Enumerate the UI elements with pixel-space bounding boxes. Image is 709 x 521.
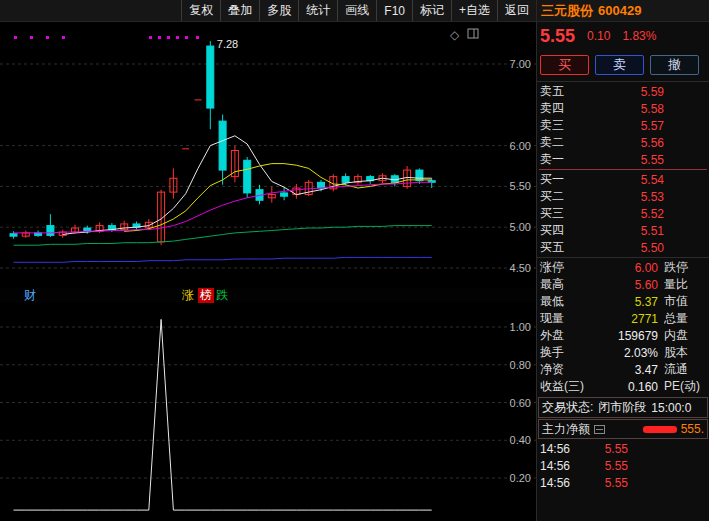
stat-row-current-volume: 现量 2771 总量: [537, 310, 709, 327]
stat-label: 收益(三): [540, 378, 584, 395]
menu-item-back[interactable]: 返回: [497, 0, 536, 21]
ask-label: 卖二: [540, 134, 576, 151]
stat-label: 外盘: [540, 327, 564, 344]
stat-row-low: 最低 5.37 市值: [537, 293, 709, 310]
ask-row-1[interactable]: 卖一 5.55: [537, 151, 709, 168]
menu-item-multi-stock[interactable]: 多股: [259, 0, 298, 21]
stat-row-outer-volume: 外盘 159679 内盘: [537, 327, 709, 344]
bid-price: 5.51: [576, 224, 664, 238]
ask-label: 卖四: [540, 100, 576, 117]
tab-ranking[interactable]: 榜: [198, 288, 214, 303]
stock-name: 三元股份: [541, 2, 593, 20]
stat-value: 159679: [564, 329, 658, 343]
bid-price: 5.50: [576, 241, 664, 255]
menu-item-restore-rights[interactable]: 复权: [181, 0, 220, 21]
tick-time: 14:56: [540, 442, 582, 456]
price-change: 0.10: [587, 29, 610, 43]
svg-text:5.00: 5.00: [510, 221, 531, 233]
buy-button[interactable]: 买: [540, 55, 589, 75]
divider: [537, 257, 709, 258]
stat-label: 最高: [540, 276, 564, 293]
ask-price: 5.58: [576, 102, 664, 116]
svg-text:7.28: 7.28: [217, 38, 238, 50]
cancel-button[interactable]: 撤: [650, 55, 699, 75]
stock-title: 三元股份 600429: [536, 0, 709, 21]
tick-price: 5.55: [582, 442, 628, 456]
ask-row-5[interactable]: 卖五 5.59: [537, 83, 709, 100]
stat-label: 最低: [540, 293, 564, 310]
tab-finance[interactable]: 财: [24, 288, 36, 303]
bid-ask-divider: [539, 169, 707, 170]
menu-item-overlay[interactable]: 叠加: [220, 0, 259, 21]
tick-time: 14:56: [540, 459, 582, 473]
stat-value: 3.47: [564, 363, 658, 377]
stat-row-limit-up: 涨停 6.00 跌停: [537, 259, 709, 276]
tick-price: 5.55: [582, 476, 628, 490]
menu-item-draw-line[interactable]: 画线: [337, 0, 376, 21]
candlestick-chart[interactable]: 7.006.005.505.004.507.28◇: [0, 22, 536, 288]
stat-row-eps: 收益(三) 0.160 PE(动): [537, 378, 709, 395]
menu-item-f10[interactable]: F10: [376, 0, 412, 21]
bid-price: 5.52: [576, 207, 664, 221]
stat-label: 净资: [540, 361, 564, 378]
svg-text:0.80: 0.80: [510, 359, 531, 371]
svg-text:0.60: 0.60: [510, 397, 531, 409]
tick-row: 14:56 5.55: [537, 474, 709, 491]
trading-app-window: 复权 叠加 多股 统计 画线 F10 标记 +自选 返回 三元股份 600429…: [0, 0, 709, 521]
price-change-percent: 1.83%: [622, 29, 656, 43]
quote-panel: 5.55 0.10 1.83% 买 卖 撤 卖五 5.59 卖四 5.58 卖三…: [536, 22, 709, 521]
stat-value: 5.60: [564, 278, 658, 292]
ask-row-2[interactable]: 卖二 5.56: [537, 134, 709, 151]
stat-label-2: 市值: [664, 293, 706, 310]
bid-row-1[interactable]: 买一 5.54: [537, 171, 709, 188]
bid-row-4[interactable]: 买四 5.51: [537, 222, 709, 239]
stat-value: 5.37: [564, 295, 658, 309]
stat-row-high: 最高 5.60 量比: [537, 276, 709, 293]
stat-label-2: 量比: [664, 276, 706, 293]
main-force-net: 主力净额 555.: [538, 419, 708, 439]
stat-label-2: PE(动): [664, 378, 706, 395]
bid-price: 5.54: [576, 173, 664, 187]
stat-value: 2771: [564, 312, 658, 326]
indicator-chart[interactable]: 1.000.800.600.400.20: [0, 303, 536, 521]
bid-row-3[interactable]: 买三 5.52: [537, 205, 709, 222]
menu-item-mark[interactable]: 标记: [412, 0, 451, 21]
ask-row-4[interactable]: 卖四 5.58: [537, 100, 709, 117]
bid-label: 买五: [540, 239, 576, 256]
sell-button[interactable]: 卖: [595, 55, 644, 75]
ask-row-3[interactable]: 卖三 5.57: [537, 117, 709, 134]
main-force-label: 主力净额: [542, 421, 590, 438]
stock-code: 600429: [598, 3, 641, 18]
tick-time: 14:56: [540, 476, 582, 490]
stat-value: 6.00: [564, 261, 658, 275]
main-force-bar: [643, 426, 677, 433]
bid-price: 5.53: [576, 190, 664, 204]
main-body: 7.006.005.505.004.507.28◇ 财 涨 榜 跌 1.000.…: [0, 22, 709, 521]
ask-label: 卖三: [540, 117, 576, 134]
trade-buttons: 买 卖 撤: [537, 50, 709, 80]
trading-status: 交易状态: 闭市阶段 15:00:0: [538, 397, 708, 418]
toolbar-menu: 复权 叠加 多股 统计 画线 F10 标记 +自选 返回: [181, 0, 536, 21]
top-toolbar: 复权 叠加 多股 统计 画线 F10 标记 +自选 返回 三元股份 600429: [0, 0, 709, 22]
stat-label: 现量: [540, 310, 564, 327]
main-force-icon[interactable]: [594, 425, 605, 434]
ask-price: 5.56: [576, 136, 664, 150]
bid-label: 买四: [540, 222, 576, 239]
svg-text:1.00: 1.00: [510, 321, 531, 333]
tick-row: 14:56 5.55: [537, 440, 709, 457]
ask-price: 5.57: [576, 119, 664, 133]
menu-item-statistics[interactable]: 统计: [298, 0, 337, 21]
menu-item-add-watchlist[interactable]: +自选: [451, 0, 497, 21]
stat-label-2: 内盘: [664, 327, 706, 344]
stat-label-2: 流通: [664, 361, 706, 378]
tab-gainers[interactable]: 涨: [182, 288, 194, 303]
svg-text:◇: ◇: [450, 28, 460, 42]
stat-label: 换手: [540, 344, 564, 361]
bid-row-2[interactable]: 买二 5.53: [537, 188, 709, 205]
status-value: 闭市阶段: [598, 399, 646, 416]
status-label: 交易状态:: [542, 399, 593, 416]
bid-row-5[interactable]: 买五 5.50: [537, 239, 709, 256]
tick-price: 5.55: [582, 459, 628, 473]
ask-price: 5.59: [576, 85, 664, 99]
tab-losers[interactable]: 跌: [216, 288, 228, 303]
